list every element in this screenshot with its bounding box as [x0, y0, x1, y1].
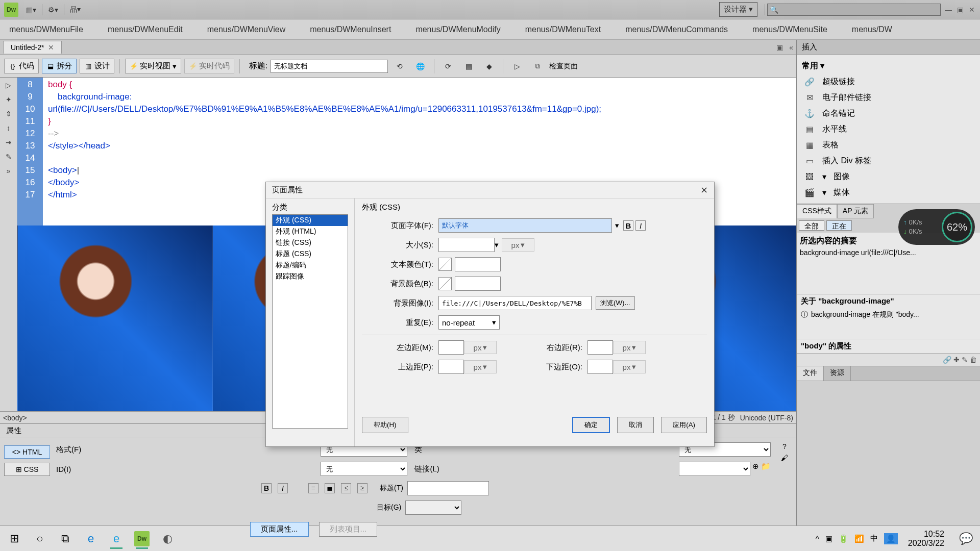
css-all-button[interactable]: 全部: [799, 220, 824, 231]
ap-elements-tab[interactable]: AP 元素: [837, 204, 874, 218]
margin-bottom-input[interactable]: [587, 360, 613, 374]
live-view-button[interactable]: ⚡实时视图▾: [125, 59, 181, 73]
site-icon[interactable]: 品▾: [69, 4, 81, 15]
design-view-button[interactable]: ▥设计: [80, 59, 114, 73]
insert-category-dropdown[interactable]: 常用 ▾: [797, 58, 980, 74]
css-props-button[interactable]: ⊞CSS: [4, 463, 50, 476]
cat-appearance-html[interactable]: 外观 (HTML): [273, 226, 348, 237]
list-icon[interactable]: ▤: [463, 61, 474, 72]
ul-icon[interactable]: ≡: [308, 483, 318, 493]
cat-tracing-image[interactable]: 跟踪图像: [273, 271, 348, 282]
expand-icon[interactable]: ↕: [3, 122, 14, 134]
link-select[interactable]: [679, 462, 750, 476]
insert-div[interactable]: ▭插入 Div 标签: [797, 153, 980, 169]
user-icon[interactable]: 👤: [884, 533, 898, 544]
document-title-input[interactable]: [271, 60, 388, 73]
margin-right-input[interactable]: [587, 340, 613, 355]
inspect-icon[interactable]: ⧉: [532, 61, 543, 72]
start-button[interactable]: ⊞: [3, 528, 26, 550]
css-styles-tab[interactable]: CSS样式: [797, 204, 837, 218]
indent-icon[interactable]: ⇥: [3, 137, 14, 148]
category-list[interactable]: 外观 (CSS) 外观 (HTML) 链接 (CSS) 标题 (CSS) 标题/…: [272, 214, 348, 429]
menu-modify[interactable]: menus/DWMenuModify: [415, 25, 500, 34]
insert-table[interactable]: ▦表格: [797, 137, 980, 153]
code-nav-icon[interactable]: ◆: [483, 61, 495, 72]
text-color-swatch[interactable]: [438, 258, 452, 271]
margin-top-input[interactable]: [438, 360, 464, 374]
css-current-button[interactable]: 正在: [826, 220, 852, 231]
delete-rule-icon[interactable]: 🗑: [970, 356, 977, 364]
minimize-icon[interactable]: —: [945, 6, 952, 14]
insert-anchor[interactable]: ⚓命名锚记: [797, 106, 980, 121]
edge-icon[interactable]: e: [80, 528, 102, 550]
wifi-icon[interactable]: 📶: [854, 534, 864, 543]
globe-icon[interactable]: 🌐: [414, 61, 426, 72]
text-color-input[interactable]: [455, 257, 501, 271]
notifications-icon[interactable]: 💬: [954, 528, 977, 550]
ol-icon[interactable]: ≣: [325, 483, 335, 493]
cat-appearance-css[interactable]: 外观 (CSS): [273, 215, 348, 226]
menu-more[interactable]: menus/DW: [852, 25, 892, 34]
files-tab[interactable]: 文件: [797, 366, 824, 381]
cat-links-css[interactable]: 链接 (CSS): [273, 237, 348, 248]
size-input[interactable]: [438, 238, 495, 252]
workspace-dropdown[interactable]: 设计器 ▾: [719, 2, 757, 17]
layout-icon[interactable]: ▦▾: [26, 4, 37, 15]
close-tab-icon[interactable]: ✕: [48, 43, 54, 52]
browse-button[interactable]: 浏览(W)...: [596, 296, 635, 310]
page-font-select[interactable]: [438, 218, 612, 233]
page-properties-button[interactable]: 页面属性...: [250, 522, 309, 537]
close-icon[interactable]: ✕: [969, 6, 975, 14]
target-icon[interactable]: ⊕: [752, 462, 759, 476]
tag-selector[interactable]: <body>: [3, 414, 27, 422]
insert-email-link[interactable]: ✉电子邮件链接: [797, 90, 980, 106]
tray-icon[interactable]: ▣: [825, 534, 832, 543]
battery-icon[interactable]: 🔋: [839, 534, 848, 543]
insert-hr[interactable]: ▤水平线: [797, 121, 980, 137]
code-view-button[interactable]: {}代码: [4, 59, 39, 73]
collapse-icon[interactable]: «: [789, 43, 793, 52]
chevron-up-icon[interactable]: ^: [816, 534, 819, 543]
assets-tab[interactable]: 资源: [824, 366, 851, 381]
id-select[interactable]: 无: [321, 462, 407, 476]
insert-media[interactable]: 🎬▾ 媒体: [797, 185, 980, 201]
bg-color-input[interactable]: [455, 277, 501, 291]
app-icon[interactable]: ◐: [156, 528, 179, 550]
system-clock[interactable]: 10:52 2020/3/22: [908, 530, 944, 548]
document-tab[interactable]: Untitled-2* ✕: [3, 41, 62, 54]
help-icon[interactable]: ?: [782, 442, 787, 450]
insert-panel-header[interactable]: 插入: [797, 40, 980, 55]
html-props-button[interactable]: <>HTML: [4, 445, 50, 459]
edit-rule-icon[interactable]: ✎: [962, 356, 968, 364]
title-attr-input[interactable]: [407, 481, 489, 495]
window-icon[interactable]: ▣: [776, 43, 783, 52]
wand-icon[interactable]: ✦: [3, 94, 14, 105]
visual-aids-icon[interactable]: ▷: [511, 61, 523, 72]
ok-button[interactable]: 确定: [572, 417, 610, 433]
bg-color-swatch[interactable]: [438, 277, 452, 290]
collapse-icon[interactable]: ⇕: [3, 108, 14, 119]
bold-icon[interactable]: B: [623, 220, 633, 231]
italic-icon[interactable]: I: [278, 483, 288, 493]
menu-insert[interactable]: menus/DWMenuInsert: [310, 25, 391, 34]
cortana-icon[interactable]: ○: [29, 528, 51, 550]
maximize-icon[interactable]: ▣: [957, 6, 964, 14]
menu-text[interactable]: menus/DWMenuText: [525, 25, 601, 34]
task-view-icon[interactable]: ⧉: [54, 528, 77, 550]
ime-icon[interactable]: 中: [870, 534, 878, 543]
new-rule-icon[interactable]: ✚: [953, 356, 960, 364]
cat-title-encoding[interactable]: 标题/编码: [273, 260, 348, 271]
chevron-down-icon[interactable]: ▾: [173, 62, 177, 71]
menu-file[interactable]: menus/DWMenuFile: [9, 25, 83, 34]
split-view-button[interactable]: ⬓拆分: [42, 59, 77, 73]
refresh-icon[interactable]: ⟳: [443, 61, 454, 72]
more-icon[interactable]: »: [3, 165, 14, 177]
menu-edit[interactable]: menus/DWMenuEdit: [108, 25, 183, 34]
sync-icon[interactable]: ⟲: [394, 61, 405, 72]
arrow-icon[interactable]: ▷: [3, 80, 14, 91]
system-monitor-widget[interactable]: 0K/s0K/s 62%: [898, 209, 975, 245]
gear-icon[interactable]: ⚙▾: [47, 4, 59, 15]
insert-image[interactable]: 🖼▾ 图像: [797, 169, 980, 185]
bg-image-input[interactable]: [438, 296, 592, 310]
dialog-close-icon[interactable]: ✕: [700, 185, 708, 196]
